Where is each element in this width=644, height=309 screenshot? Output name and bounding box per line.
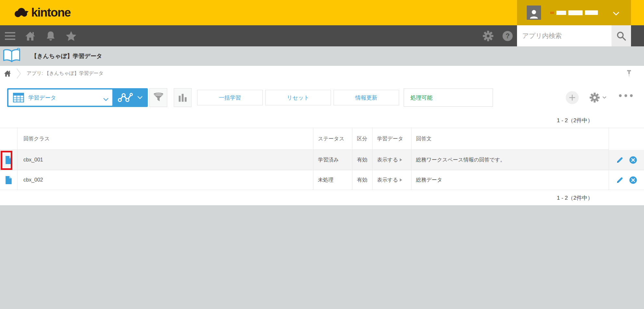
- record-table: 回答クラス ステータス 区分 学習データ 回答文 cbx_001 学習済み 有効…: [0, 128, 644, 190]
- graph-view-button[interactable]: [112, 88, 148, 107]
- settings-gear-icon[interactable]: [483, 30, 494, 43]
- cell-answer-text: 総務データ: [411, 170, 609, 190]
- table-view-icon: [13, 93, 24, 102]
- annotation-highlight-box: [1, 151, 12, 170]
- app-header: 【きんちゃぼ】学習データ: [0, 46, 644, 66]
- breadcrumb-home-icon[interactable]: [4, 70, 11, 77]
- view-selector: 学習データ: [7, 88, 148, 107]
- cell-status: 学習済み: [313, 150, 352, 170]
- show-learning-data-toggle[interactable]: 表示する: [377, 177, 402, 184]
- circle-x-icon: [629, 156, 637, 164]
- show-learning-data-label: 表示する: [377, 157, 398, 163]
- show-learning-data-label: 表示する: [377, 177, 398, 184]
- table-row: cbx_002 未処理 有効 表示する 総務データ: [0, 170, 644, 190]
- header-status: ステータス: [313, 128, 352, 150]
- app-title: 【きんちゃぼ】学習データ: [31, 52, 102, 60]
- ellipsis-icon: [619, 94, 633, 97]
- view-toolbar: 学習データ: [7, 88, 644, 107]
- reset-button[interactable]: リセット: [265, 90, 331, 105]
- row-actions: [609, 150, 644, 170]
- app-search-box: [517, 25, 612, 46]
- table-row: cbx_001 学習済み 有効 表示する 総務ワークスペース情報の回答です。: [0, 150, 644, 170]
- record-file-icon: [5, 176, 12, 184]
- refresh-info-button[interactable]: 情報更新: [334, 90, 399, 105]
- kintone-logo[interactable]: kintone: [14, 0, 70, 25]
- show-learning-data-toggle[interactable]: 表示する: [377, 157, 402, 163]
- header-learning-data: 学習データ: [373, 128, 411, 150]
- user-name-redacted: [550, 10, 598, 15]
- view-selector-dropdown[interactable]: 学習データ: [8, 89, 112, 106]
- kintone-cloud-icon: [14, 7, 29, 18]
- cell-learning-data: 表示する: [373, 170, 411, 190]
- process-status-button[interactable]: 処理可能: [404, 89, 493, 107]
- kintone-logo-text: kintone: [31, 6, 70, 19]
- view-selector-chevron-down-icon: [103, 97, 108, 102]
- pagination-top: 1 - 2（2件中）: [0, 117, 593, 124]
- user-menu-chevron-down-icon: [613, 11, 619, 17]
- cell-category: 有効: [352, 170, 373, 190]
- app-search-input[interactable]: [517, 25, 612, 46]
- edit-record-button[interactable]: [616, 156, 624, 164]
- line-graph-icon: [118, 92, 134, 103]
- graph-chevron-down-icon: [137, 96, 143, 99]
- app-settings-chevron-down-icon: [602, 96, 606, 99]
- help-icon[interactable]: ?: [502, 30, 513, 43]
- more-options-button[interactable]: [619, 94, 633, 97]
- search-button[interactable]: [612, 25, 631, 46]
- cell-answer-class: cbx_002: [18, 170, 313, 190]
- hamburger-menu-icon[interactable]: [5, 32, 15, 40]
- circle-x-icon: [629, 176, 637, 184]
- breadcrumb: アプリ: 【きんちゃぼ】学習データ: [0, 66, 644, 81]
- cell-answer-text: 総務ワークスペース情報の回答です。: [411, 150, 609, 170]
- header-category: 区分: [352, 128, 373, 150]
- edit-record-button[interactable]: [616, 176, 624, 184]
- filter-funnel-icon: [153, 92, 164, 103]
- view-selector-value: 学習データ: [28, 94, 56, 101]
- header-answer-class: 回答クラス: [18, 128, 313, 150]
- home-icon[interactable]: [25, 30, 36, 42]
- app-book-icon: [3, 48, 21, 64]
- search-icon: [616, 31, 626, 41]
- header-answer-text: 回答文: [411, 128, 609, 150]
- record-icon-cell[interactable]: [0, 170, 18, 190]
- add-record-button[interactable]: [566, 91, 579, 104]
- user-menu[interactable]: [517, 0, 631, 25]
- bar-chart-icon: [178, 93, 188, 102]
- notifications-bell-icon[interactable]: [45, 30, 56, 42]
- expand-triangle-icon: [400, 158, 402, 161]
- header-record-icon-column: [0, 128, 18, 150]
- bulk-learn-button[interactable]: 一括学習: [197, 90, 263, 105]
- svg-text:?: ?: [506, 32, 510, 40]
- top-bar: kintone: [0, 0, 644, 25]
- cell-answer-class: cbx_001: [18, 150, 313, 170]
- table-header-row: 回答クラス ステータス 区分 学習データ 回答文: [0, 128, 644, 150]
- chart-button[interactable]: [174, 88, 192, 107]
- pencil-icon: [616, 156, 624, 164]
- nav-left-icons: [5, 25, 77, 46]
- kintone-app-page: { "brand": { "logo_text": "kintone" }, "…: [0, 0, 644, 309]
- pagination-bottom: 1 - 2（2件中）: [0, 194, 593, 202]
- expand-triangle-icon: [400, 178, 402, 182]
- global-nav-bar: ?: [0, 25, 644, 46]
- app-settings-button[interactable]: [589, 92, 606, 103]
- cell-learning-data: 表示する: [373, 150, 411, 170]
- breadcrumb-app-label[interactable]: アプリ: 【きんちゃぼ】学習データ: [27, 70, 104, 77]
- delete-record-button[interactable]: [629, 156, 637, 164]
- pin-icon[interactable]: [626, 70, 632, 79]
- cell-status: 未処理: [313, 170, 352, 190]
- app-settings-gear-icon: [589, 92, 600, 103]
- user-avatar: [527, 6, 541, 20]
- favorites-star-icon[interactable]: [66, 30, 77, 42]
- row-actions: [609, 170, 644, 190]
- breadcrumb-chevron-icon: [16, 68, 21, 79]
- delete-record-button[interactable]: [629, 176, 637, 184]
- pencil-icon: [616, 176, 624, 184]
- cell-category: 有効: [352, 150, 373, 170]
- plus-icon: [568, 94, 576, 101]
- header-actions: [609, 128, 644, 150]
- filter-button[interactable]: [149, 88, 167, 107]
